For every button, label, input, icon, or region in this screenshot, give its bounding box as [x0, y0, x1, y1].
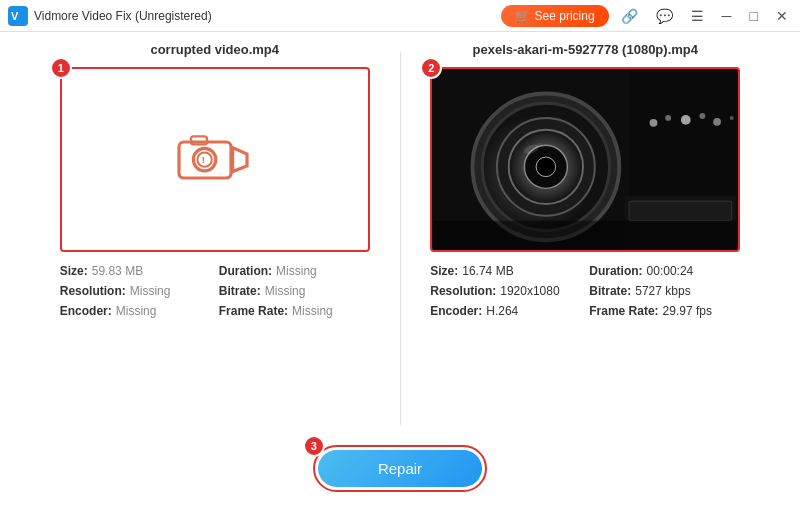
right-info-row-1: Size: 16.74 MB Duration: 00:00:24 — [430, 264, 740, 278]
left-duration-value: Missing — [276, 264, 317, 278]
maximize-icon[interactable]: □ — [746, 6, 762, 26]
left-bitrate-value: Missing — [265, 284, 306, 298]
left-info-row-3: Encoder: Missing Frame Rate: Missing — [60, 304, 370, 318]
right-bitrate-value: 5727 kbps — [635, 284, 690, 298]
repair-button-wrapper: 3 Repair — [313, 445, 487, 492]
svg-point-20 — [665, 115, 671, 121]
svg-point-21 — [681, 115, 691, 125]
left-video-panel: corrupted video.mp4 1 — [30, 42, 400, 435]
right-info-row-3: Encoder: H.264 Frame Rate: 29.97 fps — [430, 304, 740, 318]
cart-icon: 🛒 — [515, 9, 530, 23]
svg-point-19 — [650, 119, 658, 127]
right-size-label: Size: — [430, 264, 458, 278]
corrupted-camera-icon: ! — [175, 130, 255, 190]
link-icon[interactable]: 🔗 — [617, 6, 642, 26]
title-bar: V Vidmore Video Fix (Unregistered) 🛒 See… — [0, 0, 800, 32]
svg-point-24 — [730, 116, 734, 120]
right-framerate-item: Frame Rate: 29.97 fps — [589, 304, 740, 318]
left-size-value: 59.83 MB — [92, 264, 143, 278]
svg-marker-5 — [232, 147, 246, 171]
right-duration-label: Duration: — [589, 264, 642, 278]
left-video-info: Size: 59.83 MB Duration: Missing Resolut… — [60, 264, 370, 324]
svg-text:V: V — [11, 10, 19, 22]
left-size-label: Size: — [60, 264, 88, 278]
left-video-title: corrupted video.mp4 — [150, 42, 279, 57]
right-duration-item: Duration: 00:00:24 — [589, 264, 740, 278]
app-logo-icon: V — [8, 6, 28, 26]
right-info-row-2: Resolution: 1920x1080 Bitrate: 5727 kbps — [430, 284, 740, 298]
app-title: Vidmore Video Fix (Unregistered) — [34, 9, 501, 23]
svg-rect-26 — [629, 201, 732, 221]
repair-button-border: Repair — [313, 445, 487, 492]
left-duration-label: Duration: — [219, 264, 272, 278]
left-bitrate-label: Bitrate: — [219, 284, 261, 298]
left-framerate-label: Frame Rate: — [219, 304, 288, 318]
right-framerate-value: 29.97 fps — [663, 304, 712, 318]
right-bitrate-label: Bitrate: — [589, 284, 631, 298]
left-resolution-label: Resolution: — [60, 284, 126, 298]
left-duration-item: Duration: Missing — [219, 264, 370, 278]
left-size-item: Size: 59.83 MB — [60, 264, 211, 278]
videos-section: corrupted video.mp4 1 — [30, 32, 770, 435]
left-resolution-item: Resolution: Missing — [60, 284, 211, 298]
right-duration-value: 00:00:24 — [647, 264, 694, 278]
right-video-container: 2 — [430, 67, 740, 252]
right-resolution-label: Resolution: — [430, 284, 496, 298]
right-encoder-value: H.264 — [486, 304, 518, 318]
right-encoder-item: Encoder: H.264 — [430, 304, 581, 318]
svg-rect-27 — [434, 221, 737, 250]
left-encoder-label: Encoder: — [60, 304, 112, 318]
right-size-value: 16.74 MB — [462, 264, 513, 278]
chat-icon[interactable]: 💬 — [652, 6, 677, 26]
right-framerate-label: Frame Rate: — [589, 304, 658, 318]
badge-3: 3 — [303, 435, 325, 457]
repair-section: 3 Repair — [30, 435, 770, 497]
right-video-panel: pexels-akari-m-5927778 (1080p).mp4 2 — [401, 42, 771, 435]
right-video-title: pexels-akari-m-5927778 (1080p).mp4 — [473, 42, 698, 57]
svg-point-22 — [700, 113, 706, 119]
left-info-row-2: Resolution: Missing Bitrate: Missing — [60, 284, 370, 298]
title-bar-controls: 🔗 💬 ☰ ─ □ ✕ — [617, 6, 792, 26]
svg-point-15 — [536, 157, 556, 177]
left-resolution-value: Missing — [130, 284, 171, 298]
svg-text:!: ! — [202, 153, 205, 164]
right-resolution-value: 1920x1080 — [500, 284, 559, 298]
left-encoder-item: Encoder: Missing — [60, 304, 211, 318]
right-bitrate-item: Bitrate: 5727 kbps — [589, 284, 740, 298]
corrupted-video-box: ! — [60, 67, 370, 252]
right-video-info: Size: 16.74 MB Duration: 00:00:24 Resolu… — [430, 264, 740, 324]
reference-video-box — [430, 67, 740, 252]
close-icon[interactable]: ✕ — [772, 6, 792, 26]
main-content: corrupted video.mp4 1 — [0, 32, 800, 517]
left-bitrate-item: Bitrate: Missing — [219, 284, 370, 298]
right-resolution-item: Resolution: 1920x1080 — [430, 284, 581, 298]
minimize-icon[interactable]: ─ — [718, 6, 736, 26]
right-encoder-label: Encoder: — [430, 304, 482, 318]
svg-point-23 — [713, 118, 721, 126]
badge-1: 1 — [50, 57, 72, 79]
reference-video-thumbnail — [432, 69, 738, 250]
right-size-item: Size: 16.74 MB — [430, 264, 581, 278]
left-info-row-1: Size: 59.83 MB Duration: Missing — [60, 264, 370, 278]
left-framerate-item: Frame Rate: Missing — [219, 304, 370, 318]
left-encoder-value: Missing — [116, 304, 157, 318]
menu-icon[interactable]: ☰ — [687, 6, 708, 26]
see-pricing-button[interactable]: 🛒 See pricing — [501, 5, 609, 27]
repair-button[interactable]: Repair — [318, 450, 482, 487]
left-framerate-value: Missing — [292, 304, 333, 318]
left-video-container: 1 ! — [60, 67, 370, 252]
